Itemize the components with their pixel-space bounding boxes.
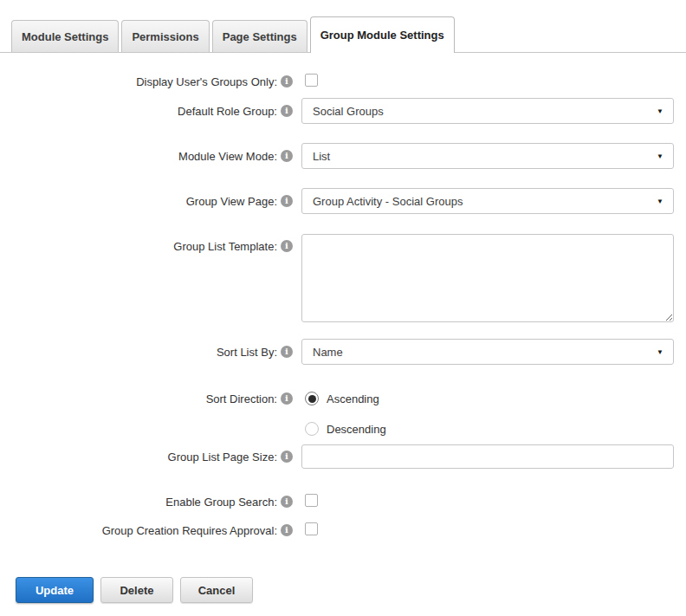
tab-module-settings[interactable]: Module Settings bbox=[11, 20, 119, 52]
module-view-mode-label: Module View Mode: bbox=[178, 150, 277, 163]
group-list-template-textarea[interactable] bbox=[301, 234, 674, 322]
info-icon[interactable]: i bbox=[281, 451, 293, 463]
info-icon[interactable]: i bbox=[281, 75, 293, 88]
select-value: Group Activity - Social Groups bbox=[313, 195, 463, 208]
info-icon[interactable]: i bbox=[281, 195, 293, 207]
sort-descending-option[interactable]: Descending bbox=[305, 422, 386, 436]
info-icon[interactable]: i bbox=[281, 392, 293, 405]
group-list-template-label: Group List Template: bbox=[173, 240, 277, 253]
form-row: Group View Page: i Group Activity - Soci… bbox=[0, 188, 686, 214]
module-view-mode-select[interactable]: List ▼ bbox=[301, 143, 674, 169]
tab-group-module-settings[interactable]: Group Module Settings bbox=[310, 16, 455, 53]
chevron-down-icon: ▼ bbox=[657, 198, 663, 205]
form-row: Display User's Groups Only: i bbox=[0, 74, 686, 89]
sort-descending-label: Descending bbox=[327, 423, 386, 436]
info-icon[interactable]: i bbox=[281, 496, 293, 508]
sort-direction-label: Sort Direction: bbox=[206, 392, 277, 405]
sort-list-by-select[interactable]: Name ▼ bbox=[301, 339, 674, 365]
form-row: Module View Mode: i List ▼ bbox=[0, 143, 686, 169]
sort-ascending-label: Ascending bbox=[327, 392, 379, 405]
info-icon[interactable]: i bbox=[281, 150, 293, 162]
sort-direction-radio-group: Ascending Descending bbox=[305, 392, 386, 436]
chevron-down-icon: ▼ bbox=[657, 348, 663, 356]
tab-page-settings[interactable]: Page Settings bbox=[212, 20, 307, 52]
chevron-down-icon: ▼ bbox=[657, 107, 663, 115]
group-module-settings-panel: Display User's Groups Only: i Default Ro… bbox=[0, 53, 686, 603]
form-row: Default Role Group: i Social Groups ▼ bbox=[0, 98, 686, 124]
update-button[interactable]: Update bbox=[16, 577, 94, 603]
form-row: Group List Template: i bbox=[0, 234, 686, 325]
info-icon[interactable]: i bbox=[281, 346, 293, 358]
sort-ascending-radio[interactable] bbox=[305, 392, 319, 405]
group-creation-requires-approval-label: Group Creation Requires Approval: bbox=[102, 524, 277, 537]
group-view-page-label: Group View Page: bbox=[186, 195, 277, 208]
select-value: Social Groups bbox=[313, 105, 384, 118]
action-buttons: Update Delete Cancel bbox=[16, 577, 686, 603]
info-icon[interactable]: i bbox=[281, 524, 293, 536]
select-value: Name bbox=[313, 346, 343, 359]
group-list-page-size-label: Group List Page Size: bbox=[168, 451, 277, 464]
settings-tabbar: Module Settings Permissions Page Setting… bbox=[0, 0, 686, 53]
sort-list-by-label: Sort List By: bbox=[217, 346, 277, 359]
form-row: Sort List By: i Name ▼ bbox=[0, 339, 686, 365]
select-value: List bbox=[313, 150, 330, 163]
display-users-groups-only-label: Display User's Groups Only: bbox=[136, 75, 277, 88]
display-users-groups-only-checkbox[interactable] bbox=[305, 74, 318, 87]
chevron-down-icon: ▼ bbox=[657, 152, 663, 160]
sort-ascending-option[interactable]: Ascending bbox=[305, 392, 386, 405]
group-creation-requires-approval-checkbox[interactable] bbox=[305, 522, 318, 535]
form-row: Enable Group Search: i bbox=[0, 494, 686, 509]
enable-group-search-label: Enable Group Search: bbox=[165, 496, 277, 509]
group-list-page-size-input[interactable] bbox=[301, 444, 674, 469]
enable-group-search-checkbox[interactable] bbox=[305, 494, 318, 507]
tab-permissions[interactable]: Permissions bbox=[121, 20, 209, 52]
group-view-page-select[interactable]: Group Activity - Social Groups ▼ bbox=[301, 188, 674, 214]
default-role-group-label: Default Role Group: bbox=[178, 105, 277, 118]
cancel-button[interactable]: Cancel bbox=[180, 577, 253, 603]
form-row: Sort Direction: i Ascending Descending bbox=[0, 392, 686, 436]
form-row: Group Creation Requires Approval: i bbox=[0, 522, 686, 538]
form-row: Group List Page Size: i bbox=[0, 444, 686, 469]
sort-descending-radio[interactable] bbox=[305, 422, 319, 436]
delete-button[interactable]: Delete bbox=[100, 577, 173, 603]
info-icon[interactable]: i bbox=[281, 240, 293, 252]
info-icon[interactable]: i bbox=[281, 105, 293, 117]
default-role-group-select[interactable]: Social Groups ▼ bbox=[301, 98, 674, 124]
